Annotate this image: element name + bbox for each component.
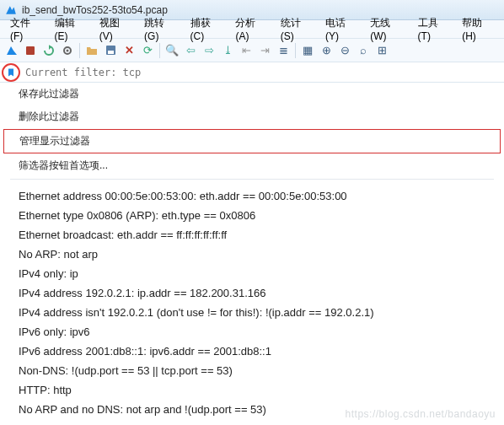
menu-edit[interactable]: 编辑(E)	[48, 14, 93, 44]
stop-icon	[25, 46, 35, 56]
menu-file[interactable]: 文件(F)	[3, 14, 48, 44]
zoom-in-icon: ⊕	[322, 44, 331, 56]
search-icon: 🔍	[165, 44, 179, 56]
go-forward-button[interactable]: ⇨	[201, 42, 217, 59]
svg-rect-4	[108, 51, 114, 54]
go-back-button[interactable]: ⇦	[182, 42, 199, 59]
menu-help[interactable]: 帮助(H)	[455, 14, 501, 44]
colorize-icon: ▦	[303, 44, 313, 56]
save-file-button[interactable]	[102, 42, 119, 59]
zoom-reset-button[interactable]: ⌕	[355, 42, 372, 59]
filter-bookmark-button[interactable]	[2, 63, 20, 82]
menu-stats[interactable]: 统计(S)	[274, 14, 319, 44]
columns-icon: ⊞	[378, 44, 387, 56]
list-item[interactable]: Non-DNS: !(udp.port == 53 || tcp.port ==…	[13, 361, 501, 380]
start-capture-button[interactable]	[3, 42, 20, 59]
filter-button-prefs-item[interactable]: 筛选器按钮首选项...	[3, 154, 501, 177]
first-icon: ⇤	[242, 44, 251, 56]
bookmark-icon	[6, 67, 16, 78]
list-item[interactable]: IPv4 address isn't 192.0.2.1 (don't use …	[13, 303, 501, 322]
restart-capture-button[interactable]	[40, 42, 57, 59]
svg-point-2	[67, 49, 69, 51]
colorize-button[interactable]: ▦	[299, 42, 316, 59]
list-item[interactable]: No ARP and no DNS: not arp and !(udp.por…	[13, 400, 501, 419]
autoscroll-icon: ≣	[279, 44, 288, 56]
toolbar-separator	[159, 43, 160, 58]
folder-icon	[86, 46, 98, 56]
zoom-out-icon: ⊖	[340, 44, 350, 56]
stop-capture-button[interactable]	[22, 42, 39, 59]
list-item[interactable]: Non-HTTP and non-SMTP to/from 192.0.2.1:…	[13, 419, 501, 425]
close-icon: ✕	[125, 44, 134, 56]
find-button[interactable]: 🔍	[164, 42, 180, 59]
list-item[interactable]: Ethernet type 0x0806 (ARP): eth.type == …	[13, 206, 501, 225]
menu-capture[interactable]: 捕获(C)	[184, 14, 229, 44]
menu-go[interactable]: 跳转(G)	[137, 14, 183, 44]
go-first-button[interactable]: ⇤	[238, 42, 255, 59]
arrow-left-icon: ⇦	[186, 44, 196, 56]
delete-filter-item[interactable]: 删除此过滤器	[3, 105, 501, 128]
menu-analyze[interactable]: 分析(A)	[228, 14, 273, 44]
toolbar-separator	[295, 43, 296, 58]
list-item[interactable]: IPv6 address 2001:db8::1: ipv6.addr == 2…	[13, 342, 501, 361]
reload-button[interactable]: ⟳	[139, 42, 156, 59]
zoom-reset-icon: ⌕	[360, 44, 367, 56]
restart-icon	[43, 45, 55, 56]
zoom-in-button[interactable]: ⊕	[318, 42, 335, 59]
go-last-button[interactable]: ⇥	[256, 42, 273, 59]
close-file-button[interactable]: ✕	[121, 42, 137, 59]
last-icon: ⇥	[260, 44, 270, 56]
list-item[interactable]: IPv4 address 192.0.2.1: ip.addr == 182.2…	[13, 283, 501, 303]
gear-icon	[62, 45, 73, 56]
save-icon	[105, 45, 116, 56]
menu-wireless[interactable]: 无线(W)	[363, 14, 410, 44]
list-item[interactable]: HTTP: http	[13, 380, 501, 400]
capture-options-button[interactable]	[59, 42, 76, 59]
svg-rect-0	[26, 46, 35, 55]
filter-examples-list: Ethernet address 00:00:5e:00:53:00: eth.…	[3, 181, 501, 425]
menu-tools[interactable]: 工具(T)	[411, 14, 456, 44]
filter-bookmark-menu: 保存此过滤器 删除此过滤器 管理显示过滤器 筛选器按钮首选项... Ethern…	[3, 83, 501, 425]
jump-to-button[interactable]: ⤓	[219, 42, 236, 59]
list-item[interactable]: No ARP: not arp	[13, 245, 501, 264]
reload-icon: ⟳	[143, 44, 153, 56]
zoom-out-button[interactable]: ⊖	[336, 42, 353, 59]
save-filter-item[interactable]: 保存此过滤器	[3, 83, 501, 105]
display-filter-bar	[0, 62, 504, 83]
toolbar-separator	[79, 43, 80, 58]
list-item[interactable]: IPv4 only: ip	[13, 264, 501, 283]
menu-separator	[10, 179, 494, 180]
display-filter-input[interactable]	[22, 64, 504, 81]
menu-telephony[interactable]: 电话(Y)	[319, 14, 363, 44]
list-item[interactable]: IPv6 only: ipv6	[13, 322, 501, 342]
arrow-right-icon: ⇨	[205, 44, 214, 56]
shark-fin-icon	[6, 45, 18, 56]
open-file-button[interactable]	[83, 42, 100, 59]
jump-icon: ⤓	[223, 44, 233, 56]
list-item[interactable]: Ethernet address 00:00:5e:00:53:00: eth.…	[13, 186, 501, 206]
list-item[interactable]: Ethernet broadcast: eth.addr == ff:ff:ff…	[13, 225, 501, 245]
auto-scroll-button[interactable]: ≣	[275, 42, 292, 59]
menu-bar: 文件(F) 编辑(E) 视图(V) 跳转(G) 捕获(C) 分析(A) 统计(S…	[0, 20, 504, 39]
manage-filters-item[interactable]: 管理显示过滤器	[3, 129, 501, 153]
resize-columns-button[interactable]: ⊞	[373, 42, 390, 59]
menu-view[interactable]: 视图(V)	[93, 14, 137, 44]
